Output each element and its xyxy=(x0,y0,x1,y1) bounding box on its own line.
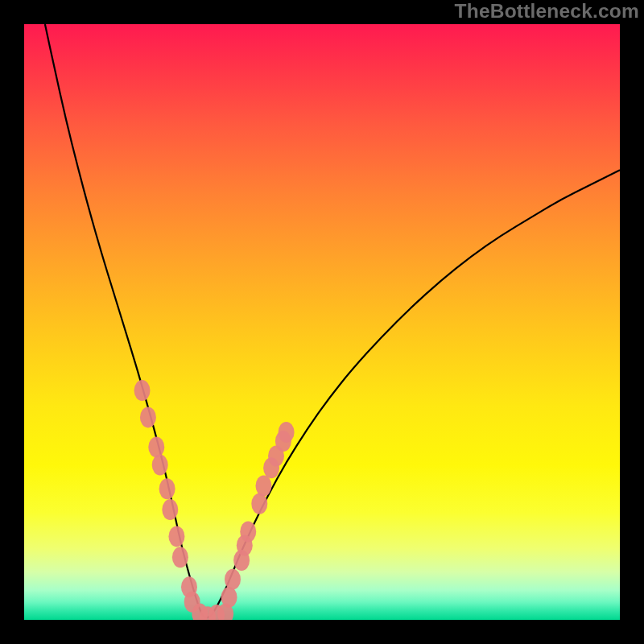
watermark-text: TheBottleneck.com xyxy=(455,0,639,23)
data-marker xyxy=(162,499,178,520)
data-marker xyxy=(159,478,175,499)
data-marker xyxy=(225,569,241,590)
data-marker xyxy=(221,587,237,608)
data-marker xyxy=(152,455,168,476)
data-marker xyxy=(251,493,267,514)
data-marker xyxy=(140,407,156,427)
data-marker xyxy=(168,526,184,547)
data-marker xyxy=(172,547,188,568)
marker-group xyxy=(134,380,295,620)
data-marker xyxy=(255,476,271,497)
data-marker xyxy=(240,521,256,542)
data-marker xyxy=(279,422,295,443)
plot-area xyxy=(24,24,620,620)
data-marker xyxy=(134,380,151,401)
chart-frame: TheBottleneck.com xyxy=(0,0,644,644)
data-marker xyxy=(148,436,164,457)
chart-svg xyxy=(24,24,620,620)
bottleneck-curve xyxy=(45,24,620,617)
